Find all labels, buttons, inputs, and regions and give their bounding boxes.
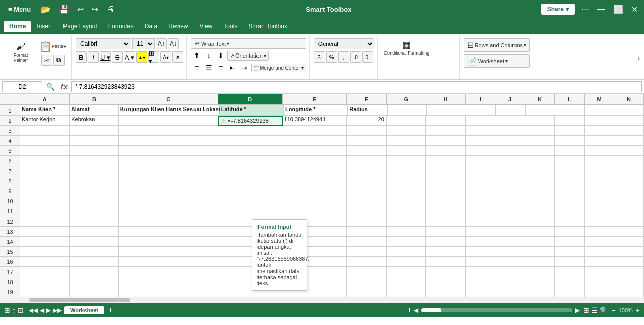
cell-j5[interactable] [495,146,525,156]
cell-a16[interactable] [20,257,70,267]
view-icon-1[interactable]: ⊞ [583,306,589,314]
cell-m1[interactable] [585,105,614,116]
row-num-13[interactable]: 13 [0,227,20,237]
cell-f15[interactable] [347,247,387,257]
cell-a14[interactable] [20,237,70,247]
tab-data[interactable]: Data [140,21,162,32]
cell-i7[interactable] [466,166,495,176]
cell-n8[interactable] [614,176,644,186]
cell-l11[interactable] [555,206,585,216]
cell-m15[interactable] [585,247,614,257]
cell-a13[interactable] [20,227,70,237]
font-name-select[interactable]: Calibri [76,38,131,49]
col-header-d[interactable]: D [218,94,283,105]
cell-b19[interactable] [70,287,119,297]
cell-b17[interactable] [70,267,119,277]
cell-g14[interactable] [387,237,426,247]
cell-l6[interactable] [555,156,585,166]
cell-i5[interactable] [466,146,495,156]
cell-l15[interactable] [555,247,585,257]
cell-c1[interactable]: Kunjungan Klien Harus Sesuai Lokasi [119,105,220,116]
cell-j4[interactable] [495,136,525,146]
align-bottom-button[interactable]: ⬇ [215,50,226,61]
cell-h8[interactable] [426,176,466,186]
cell-b10[interactable] [70,196,119,206]
merge-center-button[interactable]: ⬚ Merge and Center ▾ [251,64,306,72]
cell-f2[interactable]: 20 [347,116,387,126]
cell-h1[interactable] [427,105,466,116]
cell-h5[interactable] [426,146,466,156]
cell-n1[interactable] [614,105,644,116]
cell-k13[interactable] [525,227,555,237]
cell-m16[interactable] [585,257,614,267]
cell-j10[interactable] [495,196,525,206]
cell-n16[interactable] [614,257,644,267]
row-num-8[interactable]: 8 [0,176,20,186]
cell-m2[interactable] [585,116,614,126]
close-icon[interactable]: ✕ [629,4,640,15]
cell-k19[interactable] [525,287,555,297]
cell-c13[interactable] [119,227,218,237]
cut-button[interactable]: ✂ [41,55,52,66]
rows-columns-button[interactable]: ⊟ Rows and Columns ▾ [464,38,530,52]
cell-m6[interactable] [585,156,614,166]
cell-b12[interactable] [70,216,119,227]
save-icon[interactable]: 💾 [57,4,71,15]
cell-j15[interactable] [495,247,525,257]
cell-g7[interactable] [387,166,426,176]
align-left-button[interactable]: ≡ [191,62,202,73]
minimize-icon[interactable]: — [595,4,607,15]
row-num-10[interactable]: 10 [0,196,20,206]
prev-sheet-button[interactable]: ◀◀ [29,307,38,314]
cell-n17[interactable] [614,267,644,277]
cell-e9[interactable] [282,186,347,196]
cell-b6[interactable] [70,156,119,166]
cell-l18[interactable] [555,277,585,287]
cell-j14[interactable] [495,237,525,247]
tab-formulas[interactable]: Formulas [103,21,139,32]
cell-h4[interactable] [426,136,466,146]
cell-c5[interactable] [119,146,218,156]
cell-g13[interactable] [387,227,426,237]
cell-c4[interactable] [119,136,218,146]
decrease-decimal-button[interactable]: 0. [362,51,373,63]
cell-f16[interactable] [347,257,387,267]
cell-i12[interactable] [466,216,495,227]
cell-l13[interactable] [555,227,585,237]
cell-k10[interactable] [525,196,555,206]
cell-c15[interactable] [119,247,218,257]
status-icon-1[interactable]: ⊞ [4,306,10,314]
col-header-i[interactable]: I [466,94,495,105]
increase-font-button[interactable]: A↑ [156,38,167,49]
cell-a7[interactable] [20,166,70,176]
tab-page-layout[interactable]: Page Layout [58,21,102,32]
comma-button[interactable]: , [338,51,349,63]
cell-i8[interactable] [466,176,495,186]
cell-j3[interactable] [495,126,525,136]
cell-l3[interactable] [555,126,585,136]
row-num-16[interactable]: 16 [0,257,20,267]
cell-l16[interactable] [555,257,585,267]
cell-b5[interactable] [70,146,119,156]
cell-c12[interactable] [119,216,218,227]
cell-j12[interactable] [495,216,525,227]
cell-n13[interactable] [614,227,644,237]
cell-e10[interactable] [282,196,347,206]
cell-j11[interactable] [495,206,525,216]
cell-h11[interactable] [426,206,466,216]
cell-i11[interactable] [466,206,495,216]
cell-k18[interactable] [525,277,555,287]
cell-n3[interactable] [614,126,644,136]
redo-icon[interactable]: ↪ [90,4,100,15]
cell-m11[interactable] [585,206,614,216]
cell-l10[interactable] [555,196,585,206]
col-header-m[interactable]: M [585,94,614,105]
next-sheet-button[interactable]: ▶▶ [53,307,62,314]
tab-smart-toolbox[interactable]: Smart Toolbox [243,21,292,32]
cell-j9[interactable] [495,186,525,196]
col-header-e[interactable]: E [283,94,347,105]
row-num-4[interactable]: 4 [0,136,20,146]
currency-button[interactable]: $ [314,51,325,63]
cell-j7[interactable] [495,166,525,176]
cell-l7[interactable] [555,166,585,176]
